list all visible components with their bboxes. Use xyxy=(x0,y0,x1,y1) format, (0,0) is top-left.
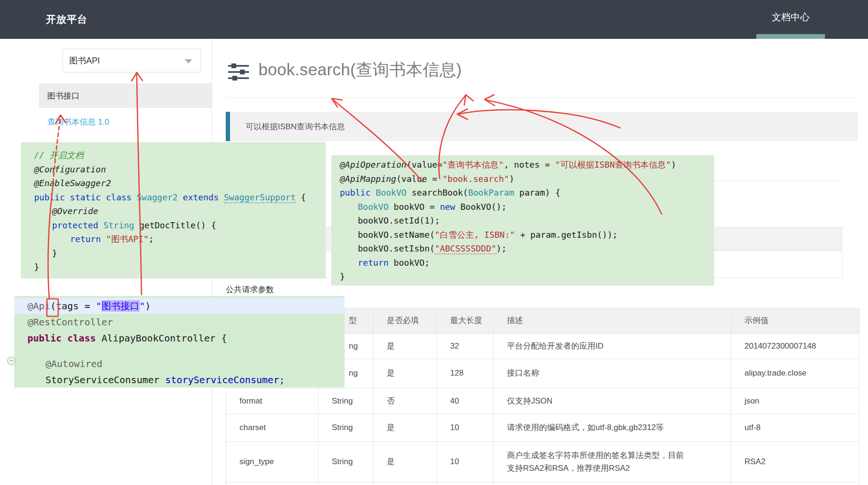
table-cell xyxy=(226,483,319,485)
code-line: } xyxy=(34,260,326,274)
code-token: @Autowired xyxy=(45,358,102,369)
table-cell: String xyxy=(319,388,373,414)
table-header-cell: 最大长度 xyxy=(437,308,494,334)
code-token: bookVO = xyxy=(389,202,440,212)
table-cell xyxy=(373,483,437,485)
code-line xyxy=(27,346,345,356)
code-token: } xyxy=(52,248,57,258)
code-token xyxy=(219,192,224,202)
code-token: @RestController xyxy=(27,316,113,328)
code-line: // 开启文档 xyxy=(34,148,326,162)
code-line: } xyxy=(340,269,714,284)
table-cell: sign_type xyxy=(226,442,319,483)
table-row: charsetString是10请求使用的编码格式，如utf-8,gbk,gb2… xyxy=(226,414,859,442)
code-token: ) xyxy=(509,174,514,184)
code-line: @Override xyxy=(34,204,326,218)
code-line: return "图书API"; xyxy=(34,232,326,246)
code-token: , notes = xyxy=(504,160,555,170)
code-token: "图书API" xyxy=(106,234,149,244)
code-token: "白雪公主, ISBN:" xyxy=(435,230,515,240)
table-cell xyxy=(494,483,731,485)
code-token: getDocTitle() { xyxy=(134,220,216,230)
code-token: { xyxy=(296,192,306,202)
code-token: bookVO.setId(1); xyxy=(358,216,440,225)
tab-doc-center[interactable]: 文档中心 xyxy=(756,0,825,34)
code-token: + param.getIsbn()); xyxy=(515,230,618,240)
code-token: storyServiceConsumer xyxy=(165,374,279,386)
code-token: @ApiMapping xyxy=(340,174,396,184)
code-line: @Configuration xyxy=(34,162,326,177)
table-cell: 平台分配给开发者的应用ID xyxy=(494,334,731,359)
table-cell: 否 xyxy=(373,388,437,414)
code-token: @Api xyxy=(27,300,50,312)
code-line: return bookVO; xyxy=(340,256,714,270)
table-cell: 商户生成签名字符串所使用的签名算法类型，目前 支持RSA2和RSA，推荐使用RS… xyxy=(494,442,731,483)
code-token: bookVO.setIsbn( xyxy=(358,243,435,253)
code-token: bookVO.setName( xyxy=(358,230,435,240)
table-cell: 2014072300007148 xyxy=(731,334,859,359)
table-cell: 接口名称 xyxy=(494,359,731,388)
table-cell xyxy=(319,483,373,485)
code-token: BookVO xyxy=(358,202,389,212)
table-cell: 10 xyxy=(437,414,494,442)
sidebar-link-version[interactable]: 查询书本信息 1.0 xyxy=(47,117,109,127)
code-token: ; xyxy=(149,234,154,244)
code-token: bookVO; xyxy=(389,258,430,268)
code-token: "book.search" xyxy=(443,174,509,184)
code-line: public class AlipayBookController { xyxy=(27,330,345,346)
table-cell: 32 xyxy=(437,334,494,359)
table-cell: 128 xyxy=(437,359,494,388)
code-token: public static class xyxy=(34,192,137,202)
table-cell: json xyxy=(731,388,859,414)
table-header-cell: 是否必填 xyxy=(373,308,437,334)
code-token: return xyxy=(70,234,106,244)
code-token xyxy=(177,192,183,202)
code-token: Swagger2 xyxy=(137,192,178,202)
divider xyxy=(226,98,858,98)
api-select-dropdown[interactable]: 图书API xyxy=(62,49,201,72)
table-cell: utf-8 xyxy=(731,414,859,442)
code-token: @Override xyxy=(52,206,98,216)
code-token: StoryServiceConsumer xyxy=(45,374,165,386)
code-token: param) { xyxy=(514,188,560,198)
code-block-swagger-config: // 开启文档@Configuration@EnableSwagger2publ… xyxy=(21,142,326,278)
section-heading: 公共请求参数 xyxy=(226,284,274,295)
table-cell: 是 xyxy=(373,442,437,483)
code-block-search-method: @ApiOperation(value="查询书本信息", notes = "可… xyxy=(331,155,714,286)
table-header-cell: 示例值 xyxy=(731,308,859,334)
table-cell: charset xyxy=(226,414,319,442)
code-token: " xyxy=(96,300,102,312)
code-block-controller-class: @Api(tags = "图书接口")@RestControllerpublic… xyxy=(14,296,345,387)
api-note-banner: 可以根据ISBN查询书本信息 xyxy=(226,112,858,141)
code-line: protected String getDocTitle() { xyxy=(34,218,326,233)
code-line: bookVO.setId(1); xyxy=(340,214,714,228)
code-token: "可以根据ISBN查询书本信息" xyxy=(555,160,671,170)
sidebar-item-book-api-group[interactable]: 图书接口 xyxy=(39,83,212,108)
code-line: BookVO bookVO = new BookVO(); xyxy=(340,200,714,214)
active-tab-underline xyxy=(756,34,825,39)
code-token: (value = xyxy=(396,174,443,184)
table-cell: 10 xyxy=(437,442,494,483)
chevron-down-icon xyxy=(185,59,192,63)
table-cell: String xyxy=(319,442,373,483)
code-token: ; xyxy=(279,374,285,386)
code-line: @Autowired xyxy=(27,356,345,372)
table-row: sign_typeString是10商户生成签名字符串所使用的签名算法类型，目前… xyxy=(226,442,859,483)
code-token: } xyxy=(340,271,345,281)
code-token: // 开启文档 xyxy=(34,150,84,160)
code-token: "ABCSSSSDDD" xyxy=(435,243,496,254)
table-cell: 仅支持JSON xyxy=(494,388,731,414)
code-line: @ApiOperation(value="查询书本信息", notes = "可… xyxy=(340,158,714,172)
code-fold-minus-icon[interactable]: − xyxy=(7,357,16,365)
code-token: ) xyxy=(671,160,676,170)
code-line: public static class Swagger2 extends Swa… xyxy=(34,190,326,205)
table-cell: 请求使用的编码格式，如utf-8,gbk,gb2312等 xyxy=(494,414,731,442)
code-token: BookVO(); xyxy=(455,202,506,212)
api-select-value: 图书API xyxy=(69,55,100,66)
code-token: @ApiOperation xyxy=(340,160,407,170)
brand-title: 开放平台 xyxy=(46,13,88,26)
code-line: @EnableSwagger2 xyxy=(34,176,326,190)
code-token: extends xyxy=(183,192,219,202)
code-token: SwaggerSupport xyxy=(224,192,296,203)
code-token: " xyxy=(140,300,145,312)
